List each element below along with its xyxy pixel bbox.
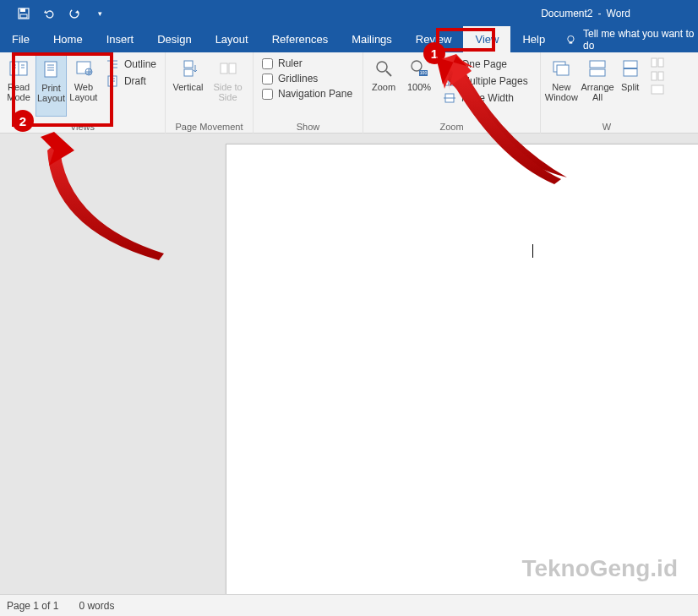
document-title: Document2 - Word: [541, 8, 630, 19]
svg-rect-36: [444, 77, 449, 85]
one-page-icon: [443, 57, 456, 71]
tab-file[interactable]: File: [0, 26, 41, 52]
zoom-100-icon: 100: [408, 57, 430, 79]
ribbon-tabs: File Home Insert Design Layout Reference…: [0, 26, 698, 52]
svg-point-30: [377, 62, 387, 72]
svg-rect-43: [590, 69, 605, 76]
svg-text:100: 100: [420, 70, 428, 75]
title-sep: -: [598, 8, 602, 19]
web-layout-button[interactable]: Web Layout: [68, 54, 99, 117]
tab-references[interactable]: References: [260, 26, 340, 52]
title-bar: ▾ Document2 - Word: [0, 0, 698, 26]
reset-window-icon[interactable]: [651, 84, 664, 95]
svg-rect-41: [557, 65, 569, 75]
new-window-button[interactable]: New Window: [544, 54, 579, 117]
customize-qat-icon[interactable]: ▾: [93, 7, 106, 20]
multiple-pages-icon: [443, 74, 456, 88]
svg-rect-27: [184, 69, 193, 76]
sync-scrolling-icon[interactable]: [651, 71, 664, 81]
new-window-label: New Window: [544, 82, 579, 102]
tab-review[interactable]: Review: [404, 26, 464, 52]
zoom-button[interactable]: Zoom: [367, 54, 401, 117]
draft-button[interactable]: Draft: [106, 74, 156, 88]
tell-me-label: Tell me what you want to do: [583, 28, 698, 52]
gridlines-checkbox[interactable]: Gridlines: [262, 73, 352, 84]
web-layout-icon: [73, 57, 95, 79]
ribbon: Read Mode Print Layout Web Layout Outlin…: [0, 52, 698, 134]
arrange-all-button[interactable]: Arrange All: [581, 54, 615, 117]
side-to-side-button[interactable]: Side to Side: [209, 54, 247, 117]
tab-view[interactable]: View: [463, 26, 510, 52]
vertical-button[interactable]: Vertical: [169, 54, 207, 117]
page-width-icon: [443, 91, 456, 105]
split-label: Split: [621, 82, 639, 92]
page-width-label: Page Width: [461, 92, 514, 104]
svg-line-31: [386, 71, 391, 76]
split-icon: [619, 57, 641, 79]
document-workspace[interactable]: [0, 134, 698, 594]
gridlines-label: Gridlines: [278, 73, 318, 84]
zoom-icon: [373, 57, 395, 79]
svg-rect-2: [20, 14, 27, 18]
tab-home[interactable]: Home: [41, 26, 95, 52]
draft-label: Draft: [124, 75, 146, 87]
print-layout-button[interactable]: Print Layout: [35, 54, 67, 117]
tab-mailings[interactable]: Mailings: [340, 26, 404, 52]
zoom-100-button[interactable]: 100 100%: [402, 54, 436, 117]
page-width-button[interactable]: Page Width: [443, 91, 528, 105]
svg-rect-26: [184, 61, 193, 68]
svg-rect-49: [658, 72, 663, 80]
svg-rect-1: [20, 8, 25, 12]
read-mode-button[interactable]: Read Mode: [3, 54, 34, 117]
arrange-all-label: Arrange All: [581, 82, 615, 102]
read-mode-label: Read Mode: [3, 82, 34, 102]
tell-me[interactable]: Tell me what you want to do: [565, 28, 698, 52]
one-page-button[interactable]: One Page: [443, 57, 528, 71]
quick-access-toolbar: ▾: [0, 7, 106, 20]
navigation-pane-checkbox[interactable]: Navigation Pane: [262, 88, 352, 100]
view-side-by-side-icon[interactable]: [651, 57, 664, 68]
nav-pane-label: Navigation Pane: [278, 88, 352, 100]
tab-help[interactable]: Help: [510, 26, 557, 52]
outline-button[interactable]: Outline: [106, 57, 156, 71]
window-group-label: W: [544, 120, 669, 134]
zoom-group-label: Zoom: [367, 120, 537, 134]
zoom-100-label: 100%: [407, 82, 431, 92]
outline-icon: [106, 57, 119, 71]
multiple-pages-button[interactable]: Multiple Pages: [443, 74, 528, 88]
side-to-side-icon: [217, 57, 239, 79]
undo-icon[interactable]: [42, 7, 56, 20]
ruler-label: Ruler: [278, 57, 303, 69]
tab-insert[interactable]: Insert: [95, 26, 146, 52]
views-group-label: Views: [3, 120, 161, 134]
redo-icon[interactable]: [68, 7, 81, 20]
vertical-icon: [177, 57, 199, 79]
new-window-icon: [550, 57, 572, 79]
vertical-label: Vertical: [172, 82, 203, 92]
svg-rect-5: [570, 41, 573, 43]
svg-point-4: [568, 35, 574, 41]
doc-name: Document2: [541, 8, 592, 19]
page-count[interactable]: Page 1 of 1: [7, 600, 58, 612]
split-button[interactable]: Split: [616, 54, 644, 117]
app-name: Word: [607, 8, 630, 19]
document-page[interactable]: [226, 144, 698, 594]
print-layout-icon: [40, 58, 62, 80]
lightbulb-icon: [565, 34, 576, 46]
show-group-label: Show: [257, 120, 359, 134]
word-count[interactable]: 0 words: [79, 600, 114, 612]
side-to-side-label: Side to Side: [209, 82, 247, 102]
svg-rect-46: [652, 58, 657, 67]
svg-rect-28: [221, 63, 227, 74]
save-icon[interactable]: [17, 7, 30, 20]
web-layout-label: Web Layout: [68, 82, 99, 102]
tab-design[interactable]: Design: [145, 26, 203, 52]
print-layout-label: Print Layout: [36, 83, 66, 103]
svg-rect-42: [590, 61, 605, 68]
tab-layout[interactable]: Layout: [204, 26, 260, 52]
read-mode-icon: [8, 57, 30, 79]
one-page-label: One Page: [461, 58, 507, 70]
ruler-checkbox[interactable]: Ruler: [262, 57, 352, 69]
status-bar: Page 1 of 1 0 words: [0, 594, 698, 616]
svg-rect-37: [450, 77, 455, 85]
